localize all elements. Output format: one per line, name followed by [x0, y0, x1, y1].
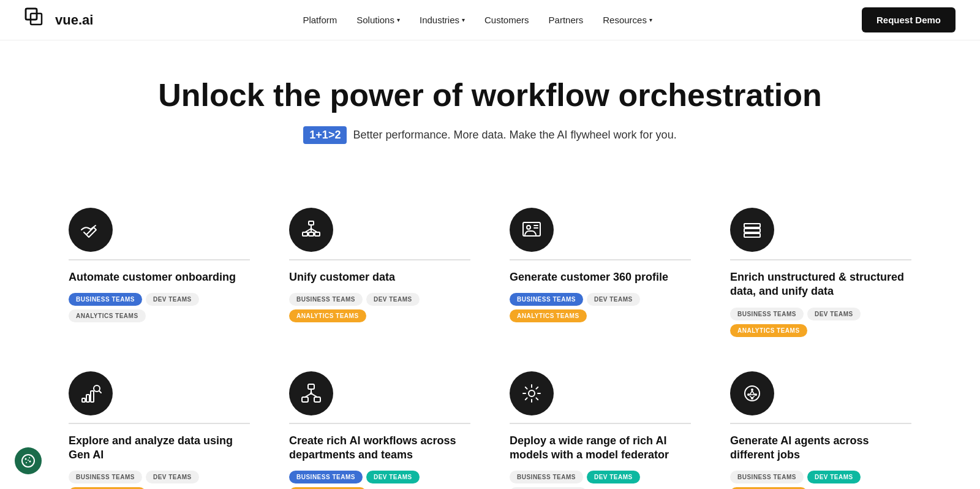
cookie-icon: [21, 453, 36, 468]
card-icon: [510, 371, 554, 415]
svg-point-43: [29, 457, 30, 458]
svg-rect-3: [309, 221, 314, 225]
nav-customers[interactable]: Customers: [484, 15, 529, 25]
tag-analytics-orange: ANALYTICS TEAMS: [730, 324, 807, 337]
card-item: Deploy a wide range of rich AI models wi…: [490, 357, 710, 489]
nav-resources[interactable]: Resources ▾: [603, 15, 652, 25]
hero-title: Unlock the power of workflow orchestrati…: [24, 77, 956, 114]
card-title: Create rich AI workflows across departme…: [289, 434, 470, 463]
card-title: Generate AI agents across different jobs: [730, 434, 911, 463]
card-icon: [289, 208, 333, 252]
svg-rect-20: [91, 391, 94, 402]
hero-subtitle: 1+1>2 Better performance. More data. Mak…: [24, 126, 956, 144]
card-tags: BUSINESS TEAMSDEV TEAMSANALYTICS TEAMS: [289, 293, 470, 322]
svg-rect-19: [86, 395, 89, 402]
tag-business: BUSINESS TEAMS: [289, 293, 363, 306]
card-title: Generate customer 360 profile: [510, 270, 691, 284]
svg-rect-18: [82, 398, 85, 402]
svg-line-39: [752, 396, 755, 398]
svg-rect-24: [302, 397, 308, 402]
nav-links: Platform Solutions ▾ Industries ▾ Custom…: [303, 15, 652, 25]
svg-point-32: [751, 389, 753, 391]
card-tags: BUSINESS TEAMSDEV TEAMSANALYTICS TEAMS: [730, 471, 911, 489]
svg-point-29: [310, 392, 312, 395]
request-demo-button[interactable]: Request Demo: [862, 7, 956, 32]
tag-dev: DEV TEAMS: [807, 308, 861, 320]
svg-point-33: [747, 393, 750, 396]
svg-rect-15: [744, 224, 760, 227]
svg-point-30: [529, 390, 535, 396]
card-divider: [730, 423, 911, 424]
card-tags: BUSINESS TEAMSDEV TEAMSANALYTICS TEAMS: [730, 308, 911, 337]
tag-dev-teal: DEV TEAMS: [807, 471, 861, 483]
svg-rect-5: [309, 232, 314, 236]
tag-business: BUSINESS TEAMS: [730, 308, 804, 320]
svg-line-37: [752, 391, 755, 395]
nav-industries[interactable]: Industries ▾: [420, 15, 465, 25]
card-title: Unify customer data: [289, 270, 470, 284]
svg-rect-17: [744, 233, 760, 237]
chevron-down-icon: ▾: [462, 17, 465, 23]
nav-solutions[interactable]: Solutions ▾: [356, 15, 400, 25]
svg-point-46: [28, 460, 29, 461]
card-item: Create rich AI workflows across departme…: [270, 357, 490, 489]
svg-point-34: [755, 393, 757, 396]
card-icon: [289, 371, 333, 415]
nav-partners[interactable]: Partners: [549, 15, 584, 25]
card-item: Unify customer data BUSINESS TEAMSDEV TE…: [270, 193, 490, 357]
card-item: Automate customer onboarding BUSINESS TE…: [49, 193, 270, 357]
card-divider: [69, 259, 250, 260]
svg-point-42: [25, 458, 27, 460]
card-title: Enrich unstructured & structured data, a…: [730, 270, 911, 299]
card-divider: [289, 259, 470, 260]
card-icon: [730, 208, 774, 252]
card-title: Deploy a wide range of rich AI models wi…: [510, 434, 691, 463]
card-item: Generate AI agents across different jobs…: [710, 357, 931, 489]
card-icon: [69, 208, 113, 252]
logo[interactable]: vue.ai: [24, 7, 93, 33]
card-divider: [730, 259, 911, 260]
card-icon: [510, 208, 554, 252]
card-icon: [69, 371, 113, 415]
tag-business: BUSINESS TEAMS: [730, 471, 804, 483]
card-divider: [510, 423, 691, 424]
card-tags: BUSINESS TEAMSDEV TEAMSANALYTICS TEAMS: [510, 471, 691, 489]
logo-text: vue.ai: [55, 12, 93, 28]
svg-rect-23: [308, 384, 314, 389]
hero-badge: 1+1>2: [303, 126, 347, 144]
card-item: Enrich unstructured & structured data, a…: [710, 193, 931, 357]
tag-business: BUSINESS TEAMS: [510, 471, 583, 483]
card-tags: BUSINESS TEAMSDEV TEAMSANALYTICS TEAMS: [69, 471, 250, 489]
chevron-down-icon: ▾: [397, 17, 400, 23]
cookie-button[interactable]: [15, 447, 42, 474]
tag-dev-teal: DEV TEAMS: [587, 471, 640, 483]
svg-point-45: [26, 462, 27, 463]
tag-dev: DEV TEAMS: [146, 471, 199, 483]
tag-business-blue: BUSINESS TEAMS: [69, 293, 142, 306]
card-title: Explore and analyze data using Gen AI: [69, 434, 250, 463]
svg-rect-16: [744, 229, 760, 232]
cards-grid: Automate customer onboarding BUSINESS TE…: [0, 169, 980, 489]
tag-analytics: ANALYTICS TEAMS: [69, 309, 146, 322]
svg-rect-25: [314, 397, 320, 402]
card-tags: BUSINESS TEAMSDEV TEAMSANALYTICS TEAMS: [510, 293, 691, 322]
tag-dev: DEV TEAMS: [587, 293, 640, 306]
hero-section: Unlock the power of workflow orchestrati…: [0, 40, 980, 169]
svg-line-22: [99, 391, 101, 393]
logo-icon: [24, 7, 50, 33]
svg-rect-6: [315, 232, 320, 236]
svg-point-12: [527, 226, 530, 229]
navigation: vue.ai Platform Solutions ▾ Industries ▾…: [0, 0, 980, 40]
nav-platform[interactable]: Platform: [303, 15, 337, 25]
tag-dev-teal: DEV TEAMS: [366, 471, 420, 483]
card-divider: [510, 259, 691, 260]
chevron-down-icon: ▾: [649, 17, 652, 23]
card-tags: BUSINESS TEAMSDEV TEAMSANALYTICS TEAMS: [289, 471, 470, 489]
tag-business-blue: BUSINESS TEAMS: [510, 293, 583, 306]
card-title: Automate customer onboarding: [69, 270, 250, 284]
tag-analytics-orange: ANALYTICS TEAMS: [289, 309, 366, 322]
card-item: Explore and analyze data using Gen AI BU…: [49, 357, 270, 489]
svg-line-38: [750, 396, 752, 398]
card-item: Generate customer 360 profile BUSINESS T…: [490, 193, 710, 357]
tag-analytics-orange: ANALYTICS TEAMS: [510, 309, 587, 322]
